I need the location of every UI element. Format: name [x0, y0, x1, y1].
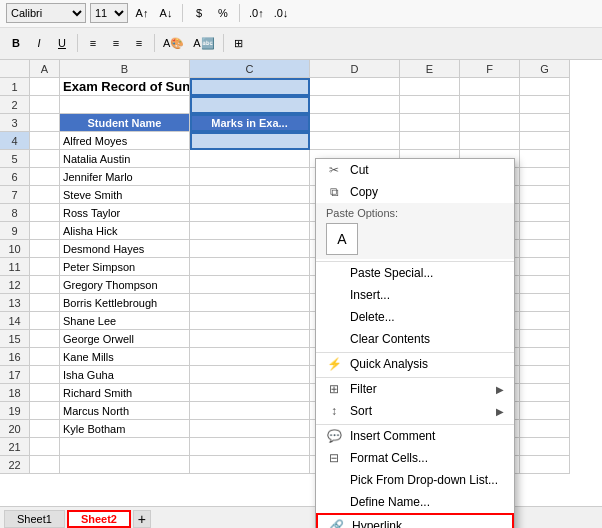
cell-b8[interactable]: Ross Taylor: [60, 204, 190, 222]
cell-g20[interactable]: [520, 420, 570, 438]
row-header-9[interactable]: 9: [0, 222, 30, 240]
cell-g4[interactable]: [520, 132, 570, 150]
context-menu-clear-contents[interactable]: Clear Contents: [316, 328, 514, 350]
cell-a15[interactable]: [30, 330, 60, 348]
row-header-7[interactable]: 7: [0, 186, 30, 204]
cell-d4[interactable]: [310, 132, 400, 150]
cell-b12[interactable]: Gregory Thompson: [60, 276, 190, 294]
cell-a22[interactable]: [30, 456, 60, 474]
row-header-8[interactable]: 8: [0, 204, 30, 222]
cell-g5[interactable]: [520, 150, 570, 168]
cell-a9[interactable]: [30, 222, 60, 240]
percent-button[interactable]: %: [213, 3, 233, 23]
decimal-increase-button[interactable]: .0↑: [246, 3, 267, 23]
cell-g7[interactable]: [520, 186, 570, 204]
font-size-select[interactable]: 11: [90, 3, 128, 23]
cell-b17[interactable]: Isha Guha: [60, 366, 190, 384]
cell-g13[interactable]: [520, 294, 570, 312]
cell-b14[interactable]: Shane Lee: [60, 312, 190, 330]
cell-b15[interactable]: George Orwell: [60, 330, 190, 348]
row-header-13[interactable]: 13: [0, 294, 30, 312]
align-left-button[interactable]: ≡: [83, 33, 103, 53]
cell-c9[interactable]: [190, 222, 310, 240]
cell-a14[interactable]: [30, 312, 60, 330]
cell-c5[interactable]: [190, 150, 310, 168]
col-header-a[interactable]: A: [30, 60, 60, 78]
row-header-14[interactable]: 14: [0, 312, 30, 330]
decimal-decrease-button[interactable]: .0↓: [271, 3, 292, 23]
cell-a7[interactable]: [30, 186, 60, 204]
row-header-22[interactable]: 22: [0, 456, 30, 474]
cell-a19[interactable]: [30, 402, 60, 420]
cell-a3[interactable]: [30, 114, 60, 132]
currency-button[interactable]: $: [189, 3, 209, 23]
cell-b10[interactable]: Desmond Hayes: [60, 240, 190, 258]
cell-c16[interactable]: [190, 348, 310, 366]
font-color-button[interactable]: A🔤: [190, 33, 217, 53]
cell-b20[interactable]: Kyle Botham: [60, 420, 190, 438]
align-center-button[interactable]: ≡: [106, 33, 126, 53]
col-header-f[interactable]: F: [460, 60, 520, 78]
context-menu-format-cells[interactable]: ⊟ Format Cells...: [316, 447, 514, 469]
cell-c10[interactable]: [190, 240, 310, 258]
cell-f2[interactable]: [460, 96, 520, 114]
cell-c17[interactable]: [190, 366, 310, 384]
cell-c3[interactable]: Marks in Exa...: [190, 114, 310, 132]
cell-f3[interactable]: [460, 114, 520, 132]
col-header-b[interactable]: B: [60, 60, 190, 78]
cell-a5[interactable]: [30, 150, 60, 168]
cell-c1[interactable]: [190, 78, 310, 96]
context-menu-define-name[interactable]: Define Name...: [316, 491, 514, 513]
cell-g1[interactable]: [520, 78, 570, 96]
cell-g9[interactable]: [520, 222, 570, 240]
cell-b16[interactable]: Kane Mills: [60, 348, 190, 366]
context-menu-delete[interactable]: Delete...: [316, 306, 514, 328]
font-family-select[interactable]: Calibri: [6, 3, 86, 23]
row-header-10[interactable]: 10: [0, 240, 30, 258]
cell-b2[interactable]: [60, 96, 190, 114]
cell-g22[interactable]: [520, 456, 570, 474]
cell-a16[interactable]: [30, 348, 60, 366]
row-header-19[interactable]: 19: [0, 402, 30, 420]
cell-b3[interactable]: Student Name: [60, 114, 190, 132]
grow-font-button[interactable]: A↑: [132, 3, 152, 23]
cell-e2[interactable]: [400, 96, 460, 114]
row-header-6[interactable]: 6: [0, 168, 30, 186]
shrink-font-button[interactable]: A↓: [156, 3, 176, 23]
cell-c13[interactable]: [190, 294, 310, 312]
context-menu-copy[interactable]: ⧉ Copy: [316, 181, 514, 203]
context-menu-sort[interactable]: ↕ Sort ▶: [316, 400, 514, 422]
cell-g19[interactable]: [520, 402, 570, 420]
context-menu-quick-analysis[interactable]: ⚡ Quick Analysis: [316, 352, 514, 375]
cell-c6[interactable]: [190, 168, 310, 186]
underline-button[interactable]: U: [52, 33, 72, 53]
cell-c7[interactable]: [190, 186, 310, 204]
row-header-12[interactable]: 12: [0, 276, 30, 294]
cell-b13[interactable]: Borris Kettlebrough: [60, 294, 190, 312]
context-menu-insert[interactable]: Insert...: [316, 284, 514, 306]
cell-a8[interactable]: [30, 204, 60, 222]
context-menu-paste-special[interactable]: Paste Special...: [316, 261, 514, 284]
tab-sheet1[interactable]: Sheet1: [4, 510, 65, 528]
cell-b1[interactable]: Exam Record of Sunflower Kindergarten: [60, 78, 190, 96]
cell-c4[interactable]: [190, 132, 310, 150]
cell-c2[interactable]: [190, 96, 310, 114]
cell-d1[interactable]: [310, 78, 400, 96]
cell-a21[interactable]: [30, 438, 60, 456]
cell-c21[interactable]: [190, 438, 310, 456]
cell-b7[interactable]: Steve Smith: [60, 186, 190, 204]
cell-g21[interactable]: [520, 438, 570, 456]
cell-c8[interactable]: [190, 204, 310, 222]
row-header-20[interactable]: 20: [0, 420, 30, 438]
tab-sheet2[interactable]: Sheet2: [67, 510, 131, 528]
col-header-g[interactable]: G: [520, 60, 570, 78]
cell-f4[interactable]: [460, 132, 520, 150]
row-header-15[interactable]: 15: [0, 330, 30, 348]
cell-c22[interactable]: [190, 456, 310, 474]
row-header-2[interactable]: 2: [0, 96, 30, 114]
cell-g6[interactable]: [520, 168, 570, 186]
context-menu-pick-dropdown[interactable]: Pick From Drop-down List...: [316, 469, 514, 491]
context-menu-insert-comment[interactable]: 💬 Insert Comment: [316, 424, 514, 447]
row-header-4[interactable]: 4: [0, 132, 30, 150]
cell-c18[interactable]: [190, 384, 310, 402]
